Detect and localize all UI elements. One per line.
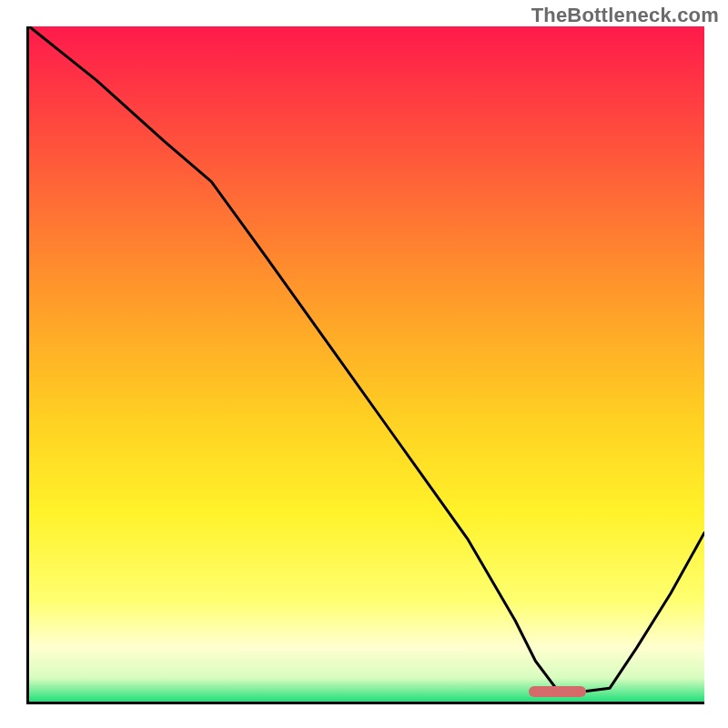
optimal-range-marker <box>529 686 586 697</box>
chart-container: TheBottleneck.com <box>0 0 728 728</box>
plot-area <box>26 26 704 704</box>
watermark-text: TheBottleneck.com <box>531 4 719 27</box>
gradient-background <box>29 26 704 702</box>
chart-svg <box>29 26 704 702</box>
